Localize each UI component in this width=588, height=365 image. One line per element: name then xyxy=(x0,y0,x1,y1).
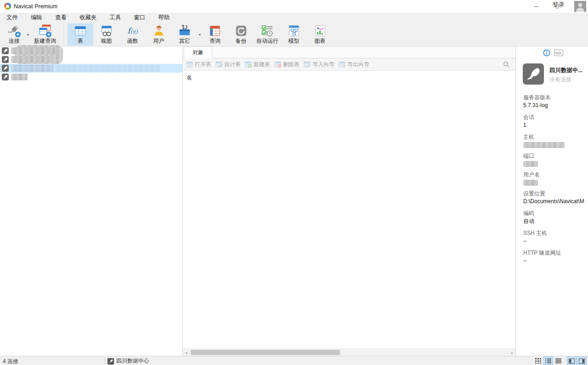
redacted-blur xyxy=(54,65,160,72)
toolbar-label: 用户 xyxy=(153,38,164,44)
scroll-right-icon[interactable]: › xyxy=(508,349,515,356)
field-server-version: 服务器版本 5.7.31-log xyxy=(523,94,588,109)
ddl-button[interactable]: DDL xyxy=(554,50,563,56)
menu-edit[interactable]: 编辑 xyxy=(24,13,49,22)
menu-favorites[interactable]: 收藏夹 xyxy=(73,13,103,22)
scrollbar-thumb[interactable] xyxy=(191,350,340,355)
status-separator xyxy=(105,357,105,365)
others-dropdown-icon[interactable]: ▾ xyxy=(198,33,202,37)
menu-window[interactable]: 窗口 xyxy=(128,13,152,22)
toolbar-label: 查询 xyxy=(209,38,220,44)
toolbar-label: 表 xyxy=(78,38,83,44)
toolbar-query-button[interactable]: 查询 xyxy=(202,23,228,46)
connections-sidebar xyxy=(0,46,183,356)
toolbar-label: 其它 xyxy=(179,38,190,44)
mysql-connection-icon xyxy=(2,74,9,80)
info-icon[interactable] xyxy=(543,49,550,58)
user-icon xyxy=(152,23,166,38)
button-label: 新建表 xyxy=(254,61,270,68)
minimize-button[interactable]: ─ xyxy=(526,0,547,13)
connection-item[interactable] xyxy=(0,46,182,55)
menu-tools[interactable]: 工具 xyxy=(103,13,128,22)
toolbar-others-button[interactable]: 其它 xyxy=(172,23,198,46)
connection-count: 4 连接 xyxy=(3,358,18,365)
detail-view-button[interactable] xyxy=(554,357,563,365)
field-http-tunnel: HTTP 隧道网址 -- xyxy=(523,249,588,265)
button-label: 打开表 xyxy=(195,61,211,68)
main-toolbar: 连接 ▾ 新建查询 表 xyxy=(0,22,588,46)
field-settings-location: 设置位置 D:\Documents\Navicat\M xyxy=(523,190,588,205)
table-icon xyxy=(74,23,87,38)
redacted-port xyxy=(523,161,538,167)
toolbox-icon xyxy=(178,23,192,38)
redacted-connection-name xyxy=(11,65,53,72)
scroll-left-icon[interactable]: ‹ xyxy=(183,349,190,356)
field-username: 用户名 xyxy=(523,171,588,186)
menu-view[interactable]: 查看 xyxy=(49,13,73,22)
toolbar-label: 视图 xyxy=(101,38,112,44)
toolbar-users-button[interactable]: 用户 xyxy=(146,23,172,46)
toolbar-model-button[interactable]: 模型 xyxy=(281,23,307,46)
field-sessions: 会话 1 xyxy=(523,114,588,129)
connection-item[interactable] xyxy=(0,55,182,64)
toolbar-backup-button[interactable]: 备份 xyxy=(228,23,254,46)
button-label: 导出向导 xyxy=(347,61,369,68)
connection-name: 四川数据中... xyxy=(549,67,582,74)
design-table-button[interactable]: 设计表 xyxy=(215,61,241,68)
chart-icon xyxy=(313,23,327,38)
toolbar-tables-button[interactable]: 表 xyxy=(68,23,93,46)
avatar[interactable] xyxy=(574,1,586,12)
query-icon xyxy=(208,23,222,38)
export-wizard-button[interactable]: 导出向导 xyxy=(339,61,369,68)
button-label: 删除表 xyxy=(283,61,300,68)
active-connection: 四川数据中心 xyxy=(107,357,149,365)
toolbar-new-query-button[interactable]: 新建查询 xyxy=(30,23,60,46)
menu-help[interactable]: 帮助 xyxy=(152,13,176,22)
field-host: 主机 xyxy=(523,133,588,148)
menu-file[interactable]: 文件 xyxy=(0,13,24,22)
login-button[interactable]: 登录 xyxy=(553,1,564,9)
view-toggles xyxy=(533,356,587,365)
toolbar-label: 新建查询 xyxy=(34,38,56,44)
delete-table-button[interactable]: 删除表 xyxy=(274,61,300,68)
tab-objects[interactable]: 对象 xyxy=(184,46,212,58)
connection-item[interactable] xyxy=(0,73,182,81)
toolbar-label: 函数 xyxy=(127,38,138,44)
new-query-icon xyxy=(38,23,52,38)
objects-panel: 对象 打开表 设计表 新建表 删除表 导入向导 导出向导 名 xyxy=(183,46,516,356)
redacted-connection-name xyxy=(11,74,28,80)
new-table-button[interactable]: 新建表 xyxy=(245,61,270,68)
connection-dropdown-icon[interactable]: ▾ xyxy=(26,33,30,37)
field-port: 端口 xyxy=(523,152,588,167)
toolbar-connection-button[interactable]: 连接 xyxy=(3,23,26,46)
window-title: Navicat Premium xyxy=(14,3,57,10)
column-header-name[interactable]: 名 xyxy=(183,71,515,82)
connection-item-selected[interactable] xyxy=(0,64,182,73)
connection-status: 没有连接 xyxy=(549,76,571,84)
big-icons-view-button[interactable] xyxy=(533,357,543,365)
toggle-right-pane-button[interactable] xyxy=(577,357,587,365)
toolbar-views-button[interactable]: 视图 xyxy=(93,23,119,46)
toolbar-automation-button[interactable]: 自动运行 xyxy=(254,23,281,46)
mysql-connection-icon xyxy=(2,56,9,63)
open-table-button[interactable]: 打开表 xyxy=(186,61,211,68)
toolbar-charts-button[interactable]: 图表 xyxy=(307,23,333,46)
redacted-connection-name xyxy=(11,47,55,54)
redacted-host xyxy=(523,142,565,148)
horizontal-scrollbar[interactable]: ‹ › xyxy=(183,348,515,356)
toolbar-separator xyxy=(63,24,64,44)
field-encoding: 编码 自动 xyxy=(523,210,588,225)
toolbar-functions-button[interactable]: f(x) 函数 xyxy=(119,23,146,46)
redacted-connection-name xyxy=(11,56,50,63)
button-label: 设计表 xyxy=(224,61,241,68)
toggle-left-pane-button[interactable] xyxy=(567,357,577,365)
mysql-logo-icon xyxy=(523,63,544,85)
function-icon: f(x) xyxy=(127,23,137,38)
list-view-button[interactable] xyxy=(543,357,553,365)
search-icon[interactable] xyxy=(503,61,510,70)
import-wizard-button[interactable]: 导入向导 xyxy=(304,61,334,68)
backup-icon xyxy=(234,23,248,38)
mysql-connection-icon xyxy=(2,65,9,72)
objects-toolbar: 打开表 设计表 新建表 删除表 导入向导 导出向导 xyxy=(183,58,515,71)
mysql-connection-icon xyxy=(107,358,114,365)
